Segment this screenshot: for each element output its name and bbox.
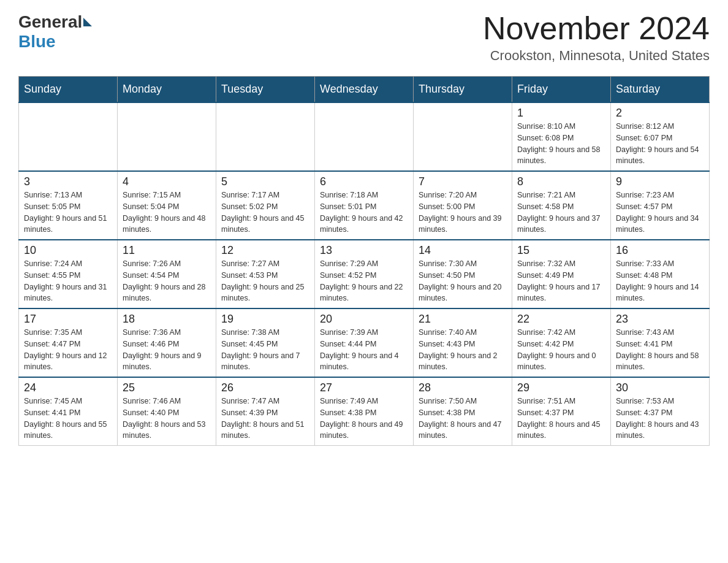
day-number: 7 — [419, 175, 507, 188]
calendar-cell — [118, 102, 216, 171]
calendar-header-saturday: Saturday — [611, 77, 710, 103]
calendar-week-row: 1Sunrise: 8:10 AMSunset: 6:08 PMDaylight… — [19, 102, 710, 171]
calendar-cell: 17Sunrise: 7:35 AMSunset: 4:47 PMDayligh… — [19, 308, 118, 377]
calendar-header-friday: Friday — [512, 77, 611, 103]
day-number: 21 — [419, 313, 507, 326]
calendar-cell — [414, 102, 512, 171]
day-number: 17 — [24, 313, 112, 326]
day-number: 18 — [123, 313, 211, 326]
day-info: Sunrise: 7:42 AMSunset: 4:42 PMDaylight:… — [517, 327, 605, 373]
calendar-cell: 2Sunrise: 8:12 AMSunset: 6:07 PMDaylight… — [611, 102, 710, 171]
day-info: Sunrise: 8:10 AMSunset: 6:08 PMDaylight:… — [517, 121, 605, 167]
title-section: November 2024 Crookston, Minnesota, Unit… — [483, 12, 710, 64]
day-info: Sunrise: 7:47 AMSunset: 4:39 PMDaylight:… — [221, 396, 309, 442]
calendar-cell — [315, 102, 414, 171]
calendar-cell: 8Sunrise: 7:21 AMSunset: 4:58 PMDaylight… — [512, 171, 611, 240]
day-info: Sunrise: 8:12 AMSunset: 6:07 PMDaylight:… — [616, 121, 704, 167]
calendar-cell: 13Sunrise: 7:29 AMSunset: 4:52 PMDayligh… — [315, 240, 414, 308]
day-number: 10 — [24, 244, 112, 257]
calendar-week-row: 17Sunrise: 7:35 AMSunset: 4:47 PMDayligh… — [19, 308, 710, 377]
day-number: 23 — [616, 313, 704, 326]
calendar-cell — [19, 102, 118, 171]
day-number: 5 — [221, 175, 309, 188]
day-number: 20 — [320, 313, 408, 326]
calendar-cell: 14Sunrise: 7:30 AMSunset: 4:50 PMDayligh… — [414, 240, 512, 308]
day-info: Sunrise: 7:45 AMSunset: 4:41 PMDaylight:… — [24, 396, 112, 442]
calendar-cell: 28Sunrise: 7:50 AMSunset: 4:38 PMDayligh… — [414, 377, 512, 446]
day-info: Sunrise: 7:43 AMSunset: 4:41 PMDaylight:… — [616, 327, 704, 373]
calendar-cell: 11Sunrise: 7:26 AMSunset: 4:54 PMDayligh… — [118, 240, 216, 308]
day-info: Sunrise: 7:32 AMSunset: 4:49 PMDaylight:… — [517, 258, 605, 304]
day-number: 14 — [419, 244, 507, 257]
day-number: 11 — [123, 244, 211, 257]
calendar-cell: 27Sunrise: 7:49 AMSunset: 4:38 PMDayligh… — [315, 377, 414, 446]
day-number: 26 — [221, 381, 309, 394]
calendar-header-tuesday: Tuesday — [216, 77, 315, 103]
day-info: Sunrise: 7:30 AMSunset: 4:50 PMDaylight:… — [419, 258, 507, 304]
calendar-cell — [216, 102, 315, 171]
day-number: 16 — [616, 244, 704, 257]
day-info: Sunrise: 7:53 AMSunset: 4:37 PMDaylight:… — [616, 396, 704, 442]
location-text: Crookston, Minnesota, United States — [483, 48, 710, 64]
day-info: Sunrise: 7:50 AMSunset: 4:38 PMDaylight:… — [419, 396, 507, 442]
day-info: Sunrise: 7:26 AMSunset: 4:54 PMDaylight:… — [123, 258, 211, 304]
day-info: Sunrise: 7:46 AMSunset: 4:40 PMDaylight:… — [123, 396, 211, 442]
calendar-cell: 9Sunrise: 7:23 AMSunset: 4:57 PMDaylight… — [611, 171, 710, 240]
calendar-cell: 21Sunrise: 7:40 AMSunset: 4:43 PMDayligh… — [414, 308, 512, 377]
calendar-cell: 15Sunrise: 7:32 AMSunset: 4:49 PMDayligh… — [512, 240, 611, 308]
day-number: 4 — [123, 175, 211, 188]
day-number: 9 — [616, 175, 704, 188]
calendar-cell: 10Sunrise: 7:24 AMSunset: 4:55 PMDayligh… — [19, 240, 118, 308]
calendar-cell: 19Sunrise: 7:38 AMSunset: 4:45 PMDayligh… — [216, 308, 315, 377]
day-info: Sunrise: 7:20 AMSunset: 5:00 PMDaylight:… — [419, 190, 507, 236]
day-number: 1 — [517, 107, 605, 120]
day-info: Sunrise: 7:23 AMSunset: 4:57 PMDaylight:… — [616, 190, 704, 236]
day-number: 6 — [320, 175, 408, 188]
calendar-cell: 29Sunrise: 7:51 AMSunset: 4:37 PMDayligh… — [512, 377, 611, 446]
day-info: Sunrise: 7:51 AMSunset: 4:37 PMDaylight:… — [517, 396, 605, 442]
day-number: 29 — [517, 381, 605, 394]
day-info: Sunrise: 7:38 AMSunset: 4:45 PMDaylight:… — [221, 327, 309, 373]
day-info: Sunrise: 7:29 AMSunset: 4:52 PMDaylight:… — [320, 258, 408, 304]
day-info: Sunrise: 7:27 AMSunset: 4:53 PMDaylight:… — [221, 258, 309, 304]
calendar-cell: 5Sunrise: 7:17 AMSunset: 5:02 PMDaylight… — [216, 171, 315, 240]
page-header: General Blue November 2024 Crookston, Mi… — [18, 12, 710, 64]
day-number: 24 — [24, 381, 112, 394]
day-number: 8 — [517, 175, 605, 188]
calendar-cell: 22Sunrise: 7:42 AMSunset: 4:42 PMDayligh… — [512, 308, 611, 377]
logo: General Blue — [18, 12, 93, 52]
day-number: 2 — [616, 107, 704, 120]
calendar-cell: 6Sunrise: 7:18 AMSunset: 5:01 PMDaylight… — [315, 171, 414, 240]
calendar-header-thursday: Thursday — [414, 77, 512, 103]
calendar-cell: 24Sunrise: 7:45 AMSunset: 4:41 PMDayligh… — [19, 377, 118, 446]
calendar-header-wednesday: Wednesday — [315, 77, 414, 103]
calendar-cell: 23Sunrise: 7:43 AMSunset: 4:41 PMDayligh… — [611, 308, 710, 377]
calendar-week-row: 24Sunrise: 7:45 AMSunset: 4:41 PMDayligh… — [19, 377, 710, 446]
calendar-cell: 25Sunrise: 7:46 AMSunset: 4:40 PMDayligh… — [118, 377, 216, 446]
calendar-header-monday: Monday — [118, 77, 216, 103]
calendar-cell: 1Sunrise: 8:10 AMSunset: 6:08 PMDaylight… — [512, 102, 611, 171]
day-number: 3 — [24, 175, 112, 188]
day-info: Sunrise: 7:24 AMSunset: 4:55 PMDaylight:… — [24, 258, 112, 304]
month-title: November 2024 — [483, 12, 710, 44]
day-number: 12 — [221, 244, 309, 257]
calendar-cell: 26Sunrise: 7:47 AMSunset: 4:39 PMDayligh… — [216, 377, 315, 446]
logo-blue-text: Blue — [18, 32, 93, 52]
calendar-cell: 18Sunrise: 7:36 AMSunset: 4:46 PMDayligh… — [118, 308, 216, 377]
day-info: Sunrise: 7:39 AMSunset: 4:44 PMDaylight:… — [320, 327, 408, 373]
day-info: Sunrise: 7:15 AMSunset: 5:04 PMDaylight:… — [123, 190, 211, 236]
calendar-cell: 3Sunrise: 7:13 AMSunset: 5:05 PMDaylight… — [19, 171, 118, 240]
day-info: Sunrise: 7:18 AMSunset: 5:01 PMDaylight:… — [320, 190, 408, 236]
day-info: Sunrise: 7:13 AMSunset: 5:05 PMDaylight:… — [24, 190, 112, 236]
calendar-week-row: 10Sunrise: 7:24 AMSunset: 4:55 PMDayligh… — [19, 240, 710, 308]
day-number: 28 — [419, 381, 507, 394]
logo-arrow-icon — [83, 18, 92, 26]
calendar-table: SundayMondayTuesdayWednesdayThursdayFrid… — [18, 76, 710, 446]
calendar-cell: 4Sunrise: 7:15 AMSunset: 5:04 PMDaylight… — [118, 171, 216, 240]
calendar-cell: 20Sunrise: 7:39 AMSunset: 4:44 PMDayligh… — [315, 308, 414, 377]
calendar-cell: 12Sunrise: 7:27 AMSunset: 4:53 PMDayligh… — [216, 240, 315, 308]
day-info: Sunrise: 7:49 AMSunset: 4:38 PMDaylight:… — [320, 396, 408, 442]
day-number: 25 — [123, 381, 211, 394]
day-number: 27 — [320, 381, 408, 394]
day-number: 22 — [517, 313, 605, 326]
